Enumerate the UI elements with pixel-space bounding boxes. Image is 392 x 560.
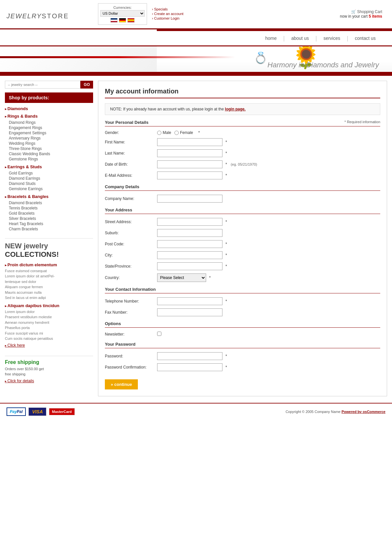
nav-services[interactable]: services xyxy=(317,34,347,43)
search-input[interactable] xyxy=(5,81,80,89)
postcode-input[interactable] xyxy=(157,240,222,248)
personal-title: Your Personal Details xyxy=(105,120,148,125)
category-bracelets[interactable]: Bracelets & Bangles xyxy=(5,194,93,199)
gender-male-radio[interactable] xyxy=(157,131,161,135)
powered-by-link[interactable]: Powered by osCommerce xyxy=(342,410,386,414)
currency-select[interactable]: US Dollar xyxy=(100,10,145,17)
dob-row: Date of Birth: * (eg. 05/21/1970) xyxy=(105,160,380,168)
item-three-stone-rings[interactable]: Three-Stone Rings xyxy=(5,146,93,151)
city-required: * xyxy=(225,253,227,257)
item-wedding-rings[interactable]: Wedding Rings xyxy=(5,141,93,146)
continue-button[interactable]: continue xyxy=(105,379,138,389)
item-engagement-settings[interactable]: Engagement Settings xyxy=(5,130,93,136)
nav-about[interactable]: about us xyxy=(285,34,316,43)
street-required: * xyxy=(225,220,227,224)
logo-area: JewelrySTORE xyxy=(7,7,98,21)
category-earrings[interactable]: Earrings & Studs xyxy=(5,164,93,169)
item-gemstone-rings[interactable]: Gemstone Rings xyxy=(5,156,93,162)
newsletter-checkbox[interactable] xyxy=(157,332,161,336)
flag-de[interactable] xyxy=(119,18,126,23)
item-diamond-earrings[interactable]: Diamond Earrings xyxy=(5,176,93,181)
shipping-link[interactable]: Click for details xyxy=(5,379,93,383)
shop-header: Shop by products: xyxy=(5,92,93,103)
state-row: State/Province: * xyxy=(105,262,380,270)
gender-female-option[interactable]: Female xyxy=(174,130,193,135)
promo-2-header[interactable]: Aliquam dapibus tincidun xyxy=(5,303,93,308)
item-silver-bracelets[interactable]: Silver Bracelets xyxy=(5,216,93,221)
item-diamond-rings[interactable]: Diamond Rings xyxy=(5,120,93,125)
contact-title: Your Contact Information xyxy=(105,287,156,292)
category-rings[interactable]: Rings & Bands xyxy=(5,114,93,119)
payment-logos: PayPal VISA MasterCard xyxy=(7,407,75,416)
state-required: * xyxy=(225,264,227,269)
item-gold-bracelets[interactable]: Gold Bracelets xyxy=(5,211,93,216)
item-gemstone-earrings[interactable]: Gemstone Earrings xyxy=(5,186,93,191)
item-charm-bracelets[interactable]: Charm Bracelets xyxy=(5,226,93,232)
gender-label: Gender: xyxy=(105,130,157,135)
specials-link[interactable]: Specials xyxy=(152,7,194,11)
login-page-link[interactable]: login page. xyxy=(225,107,246,111)
currency-label: Currencies: xyxy=(100,6,145,9)
city-input[interactable] xyxy=(157,251,222,259)
cart-icon: 🛒 xyxy=(351,9,356,14)
category-diamonds[interactable]: Diamonds xyxy=(5,106,93,111)
item-diamond-bracelets[interactable]: Diamond Bracelets xyxy=(5,200,93,206)
lastname-required: * xyxy=(225,151,227,156)
fax-input[interactable] xyxy=(157,308,222,316)
flag-es[interactable] xyxy=(127,18,135,23)
phone-input[interactable] xyxy=(157,297,222,305)
country-label: Country: xyxy=(105,275,157,280)
lastname-input[interactable] xyxy=(157,149,222,157)
item-anniversary-rings[interactable]: Anniversary Rings xyxy=(5,136,93,141)
country-select[interactable]: Please Select xyxy=(157,273,206,282)
suburb-input[interactable] xyxy=(157,229,222,237)
nav-home[interactable]: home xyxy=(259,34,283,43)
item-classic-wedding-bands[interactable]: Classic Wedding Bands xyxy=(5,151,93,156)
account-title: My account information xyxy=(105,88,380,98)
password-label: Password: xyxy=(105,354,157,358)
company-title: Company Details xyxy=(105,184,139,189)
cart-items: 5 items xyxy=(369,14,382,19)
dob-example: (eg. 05/21/1970) xyxy=(231,162,257,166)
search-button[interactable]: GO xyxy=(80,81,93,89)
banner-ring: 💍 xyxy=(253,51,268,65)
password-input[interactable] xyxy=(157,352,222,360)
gender-female-radio[interactable] xyxy=(174,131,179,135)
promo-2-text: Lorem ipsum dolor Praesent vestibulum mo… xyxy=(5,309,93,341)
street-field: * xyxy=(157,218,380,226)
promo-1-header[interactable]: Proin dictum elementum xyxy=(5,262,93,267)
password-row: Password: * xyxy=(105,352,380,360)
company-input[interactable] xyxy=(157,195,222,203)
state-label: State/Province: xyxy=(105,264,157,269)
section-password: Your Password xyxy=(105,342,380,348)
nav-wrapper: home | about us | services | contact us xyxy=(0,28,392,46)
email-field: * xyxy=(157,172,380,179)
dob-input[interactable] xyxy=(157,160,222,168)
cart-area[interactable]: 🛒 Shopping Cart now in your cart 5 items xyxy=(199,9,385,19)
note-box: NOTE: If you already have an account wit… xyxy=(105,103,380,115)
street-input[interactable] xyxy=(157,218,222,226)
phone-row: Telephone Number: * xyxy=(105,297,380,305)
create-account-link[interactable]: Create an account xyxy=(152,12,194,16)
password-confirm-input[interactable] xyxy=(157,363,222,371)
item-heart-tag-bracelets[interactable]: Heart Tag Bracelets xyxy=(5,221,93,226)
postcode-row: Post Code: * xyxy=(105,240,380,248)
click-here-link[interactable]: Click here xyxy=(5,343,93,348)
nav-contact[interactable]: contact us xyxy=(348,34,382,43)
gender-male-option[interactable]: Male xyxy=(157,130,171,135)
free-shipping-title: Free shipping xyxy=(5,359,93,365)
password-confirm-row: Password Confirmation: * xyxy=(105,363,380,371)
fax-row: Fax Number: xyxy=(105,308,380,316)
item-tennis-bracelets[interactable]: Tennis Bracelets xyxy=(5,206,93,211)
company-label: Company Name: xyxy=(105,196,157,201)
flag-uk[interactable] xyxy=(110,18,118,23)
item-diamond-studs[interactable]: Diamond Studs xyxy=(5,181,93,186)
item-engagement-rings[interactable]: Engagement Rings xyxy=(5,125,93,130)
state-input[interactable] xyxy=(157,262,222,270)
firstname-input[interactable] xyxy=(157,138,222,146)
email-required: * xyxy=(225,173,227,178)
item-gold-earrings[interactable]: Gold Earrings xyxy=(5,171,93,176)
email-input[interactable] xyxy=(157,172,222,179)
customer-login-link[interactable]: Customer Login xyxy=(152,16,194,20)
suburb-label: Suburb: xyxy=(105,231,157,235)
